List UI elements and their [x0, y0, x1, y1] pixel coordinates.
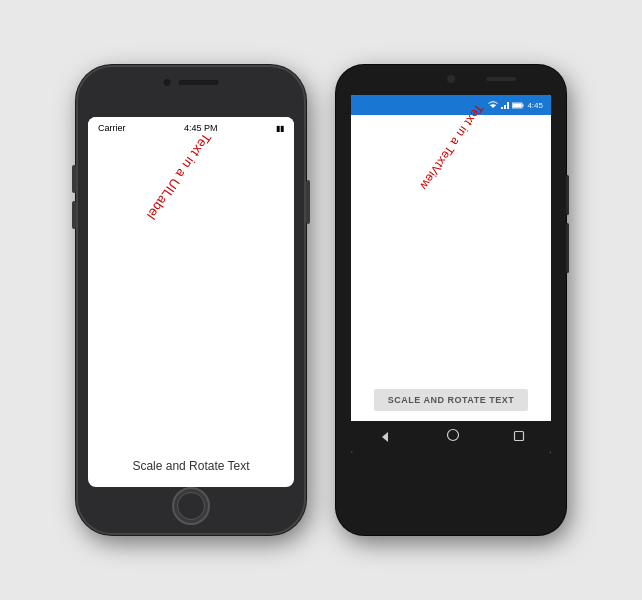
android-back-button[interactable] [377, 429, 393, 445]
ios-bottom-label: Scale and Rotate Text [132, 459, 249, 473]
android-top-bar [336, 65, 566, 95]
ios-status-bar: Carrier 4:45 PM ▮▮ [88, 117, 294, 139]
ios-screen: Carrier 4:45 PM ▮▮ Text in a UILabel Sca… [88, 117, 294, 487]
svg-marker-7 [382, 432, 388, 442]
ios-carrier: Carrier [98, 123, 126, 133]
svg-rect-2 [504, 105, 506, 109]
android-home-button[interactable] [446, 428, 460, 446]
ios-speaker [179, 80, 219, 85]
svg-rect-5 [522, 104, 524, 106]
ios-home-button[interactable] [172, 487, 210, 525]
android-screen: 4:45 Text in a TextView SCALE AND ROTATE… [351, 95, 551, 453]
android-status-bar: 4:45 [351, 95, 551, 115]
ios-content: Text in a UILabel Scale and Rotate Text [88, 139, 294, 487]
svg-point-8 [447, 430, 458, 441]
android-status-icons: 4:45 [488, 101, 543, 110]
svg-rect-1 [501, 107, 503, 109]
svg-rect-3 [507, 102, 509, 109]
ios-volume-up-button [72, 165, 76, 193]
svg-marker-0 [490, 105, 496, 108]
ios-phone: Carrier 4:45 PM ▮▮ Text in a UILabel Sca… [76, 65, 306, 535]
android-camera [447, 75, 455, 83]
android-time: 4:45 [527, 101, 543, 110]
android-power-button [566, 175, 569, 215]
svg-rect-6 [513, 103, 522, 107]
ios-camera [164, 79, 171, 86]
android-volume-button [566, 223, 569, 273]
ios-battery: ▮▮ [276, 124, 284, 133]
android-content: Text in a TextView SCALE AND ROTATE TEXT [351, 115, 551, 421]
android-speaker [486, 77, 516, 81]
android-recents-button[interactable] [513, 428, 525, 446]
android-rotated-text: Text in a TextView [417, 102, 486, 193]
wifi-icon [488, 101, 498, 109]
ios-notch [164, 79, 219, 86]
ios-rotated-label: Text in a UILabel [144, 130, 215, 222]
ios-volume-down-button [72, 201, 76, 229]
svg-rect-9 [514, 432, 523, 441]
scale-rotate-button[interactable]: SCALE AND ROTATE TEXT [374, 389, 528, 411]
battery-icon [512, 102, 524, 109]
android-phone: 4:45 Text in a TextView SCALE AND ROTATE… [336, 65, 566, 535]
android-nav-bar [351, 421, 551, 453]
battery-icon: ▮▮ [276, 124, 284, 133]
ios-home-inner [177, 492, 205, 520]
ios-power-button [306, 180, 310, 224]
signal-icon [501, 101, 509, 109]
